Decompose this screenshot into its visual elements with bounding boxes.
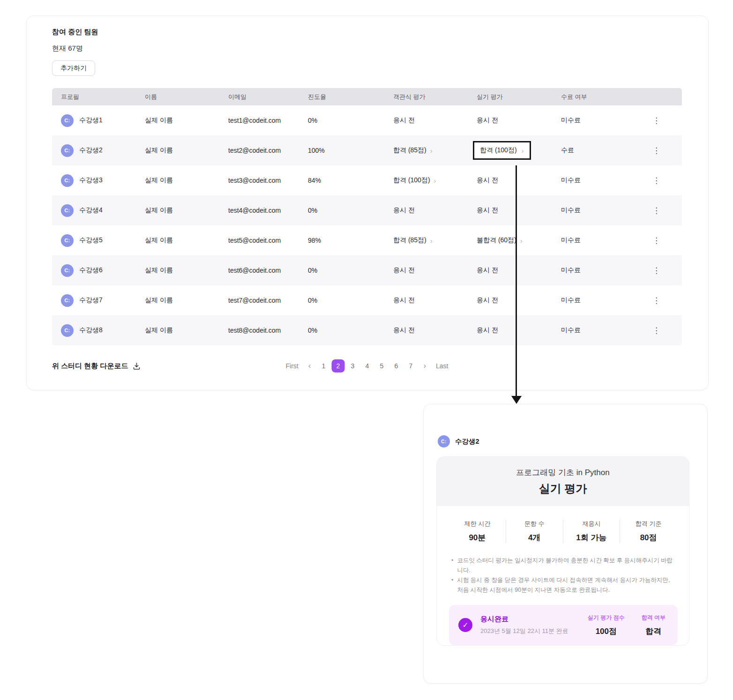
result-status-block: 응시완료 2023년 5월 12일 22시 11분 완료 [480, 615, 568, 635]
pagination-page-4[interactable]: 4 [360, 359, 374, 372]
pagination-page-2-active[interactable]: 2 [331, 359, 344, 372]
note-item: • 코드잇 스터디 평가는 일시정지가 불가하여 충분한 시간 확보 후 응시해… [451, 556, 676, 575]
result-pass-label: 합격 여부 [642, 614, 666, 622]
objective-eval-status: 응시 전 [393, 266, 477, 275]
chevron-right-icon: › [430, 147, 433, 154]
download-icon [133, 362, 141, 370]
member-nickname: 수강생6 [79, 266, 103, 275]
pagination-page-3[interactable]: 3 [346, 359, 359, 372]
member-progress: 0% [308, 207, 393, 214]
row-menu-icon[interactable]: ⋮ [650, 294, 663, 307]
pagination-page-5[interactable]: 5 [375, 359, 388, 372]
member-email: test5@codeit.com [228, 237, 308, 244]
objective-eval-status: 합격 (100점) [393, 176, 430, 185]
stat-question-count: 문항 수 4개 [506, 520, 563, 543]
col-header-objective: 객관식 평가 [393, 93, 477, 101]
practical-eval-highlight[interactable]: 합격 (100점) › [473, 141, 531, 160]
stat-label: 제한 시간 [449, 520, 506, 528]
member-avatar: C: [61, 324, 74, 337]
member-progress: 0% [308, 117, 393, 124]
pagination-page-1[interactable]: 1 [317, 359, 330, 372]
member-nickname: 수강생2 [79, 146, 103, 155]
row-menu-icon[interactable]: ⋮ [650, 144, 663, 157]
member-progress: 98% [308, 237, 393, 244]
callout-arrow-line [516, 165, 517, 396]
stat-label: 재응시 [563, 520, 620, 528]
member-email: test4@codeit.com [228, 207, 308, 214]
page-title: 참여 중인 팀원 [52, 28, 682, 37]
pagination-prev-icon[interactable]: ‹ [304, 361, 316, 371]
objective-eval-link[interactable]: 합격 (85점) › [393, 236, 477, 245]
objective-eval-status: 응시 전 [393, 296, 477, 305]
col-header-name: 이름 [145, 93, 228, 101]
member-progress: 84% [308, 177, 393, 184]
member-email: test7@codeit.com [228, 297, 308, 304]
stat-pass-criteria: 합격 기준 80점 [620, 520, 677, 543]
stat-value: 80점 [620, 532, 677, 543]
completion-status: 미수료 [561, 266, 650, 275]
table-row: C: 수강생2 실제 이름 test2@codeit.com 100% 합격 (… [52, 135, 682, 165]
row-menu-icon[interactable]: ⋮ [650, 204, 663, 217]
stat-time-limit: 제한 시간 90분 [449, 520, 506, 543]
exam-notes: • 코드잇 스터디 평가는 일시정지가 불가하여 충분한 시간 확보 후 응시해… [451, 556, 676, 595]
download-label: 위 스터디 현황 다운로드 [52, 362, 128, 371]
completion-status: 미수료 [561, 206, 650, 215]
table-header-row: 프로필 이름 이메일 진도율 객관식 평가 실기 평가 수료 여부 [52, 88, 682, 105]
member-nickname: 수강생4 [79, 206, 103, 215]
member-avatar: C: [438, 435, 450, 447]
member-progress: 0% [308, 327, 393, 334]
practical-eval-status: 불합격 (60점) [477, 236, 516, 245]
pagination-page-6[interactable]: 6 [389, 359, 403, 372]
completion-status: 미수료 [561, 176, 650, 185]
row-menu-icon[interactable]: ⋮ [650, 234, 663, 247]
row-menu-icon[interactable]: ⋮ [650, 264, 663, 277]
practical-eval-status: 응시 전 [477, 116, 561, 125]
pagination-next-icon[interactable]: › [419, 361, 431, 371]
member-email: test1@codeit.com [228, 117, 308, 124]
exam-stats: 제한 시간 90분 문항 수 4개 재응시 1회 가능 합격 기준 80점 [449, 520, 677, 543]
exam-title: 실기 평가 [539, 481, 587, 496]
table-row: C: 수강생6 실제 이름 test6@codeit.com 0% 응시 전 응… [52, 255, 682, 285]
table-footer: 위 스터디 현황 다운로드 First ‹ 1 2 3 4 5 6 7 › [52, 355, 682, 377]
add-member-button[interactable]: 추가하기 [52, 60, 95, 76]
completion-status: 미수료 [561, 236, 650, 245]
col-header-practical: 실기 평가 [477, 93, 561, 101]
completion-status: 미수료 [561, 326, 650, 335]
practical-eval-status: 합격 (100점) [480, 146, 517, 155]
objective-eval-status: 응시 전 [393, 326, 477, 335]
pagination-page-7[interactable]: 7 [404, 359, 417, 372]
objective-eval-link[interactable]: 합격 (85점) › [393, 146, 477, 155]
objective-eval-status: 응시 전 [393, 116, 477, 125]
member-nickname: 수강생8 [79, 326, 103, 335]
exam-panel-header: 프로그래밍 기초 in Python 실기 평가 [437, 457, 689, 506]
member-nickname: 수강생5 [79, 236, 103, 245]
objective-eval-status: 합격 (85점) [393, 146, 426, 155]
pagination-first[interactable]: First [282, 362, 302, 370]
course-title: 프로그래밍 기초 in Python [516, 467, 609, 478]
table-row: C: 수강생3 실제 이름 test3@codeit.com 84% 합격 (1… [52, 165, 682, 195]
download-study-status-button[interactable]: 위 스터디 현황 다운로드 [52, 362, 141, 371]
row-menu-icon[interactable]: ⋮ [650, 324, 663, 337]
table-row: C: 수강생1 실제 이름 test1@codeit.com 0% 응시 전 응… [52, 105, 682, 135]
member-progress: 100% [308, 147, 393, 154]
member-real-name: 실제 이름 [145, 206, 228, 215]
stat-label: 문항 수 [506, 520, 563, 528]
practical-eval-link[interactable]: 불합격 (60점) › [477, 236, 561, 245]
result-pass: 합격 여부 합격 [642, 614, 666, 637]
pagination-last[interactable]: Last [432, 362, 452, 370]
row-menu-icon[interactable]: ⋮ [650, 114, 663, 127]
chevron-right-icon: › [520, 237, 523, 244]
row-menu-icon[interactable]: ⋮ [650, 174, 663, 187]
practical-eval-status: 응시 전 [477, 326, 561, 335]
member-avatar: C: [61, 114, 74, 127]
member-avatar: C: [61, 144, 74, 157]
practical-eval-status: 응시 전 [477, 176, 561, 185]
objective-eval-status: 응시 전 [393, 206, 477, 215]
table-row: C: 수강생5 실제 이름 test5@codeit.com 98% 합격 (8… [52, 225, 682, 255]
table-row: C: 수강생4 실제 이름 test4@codeit.com 0% 응시 전 응… [52, 195, 682, 225]
col-header-completion: 수료 여부 [561, 93, 650, 101]
stat-value: 4개 [506, 532, 563, 543]
objective-eval-link[interactable]: 합격 (100점) › [393, 176, 477, 185]
member-nickname: 수강생1 [79, 116, 103, 125]
member-nickname: 수강생7 [79, 296, 103, 305]
